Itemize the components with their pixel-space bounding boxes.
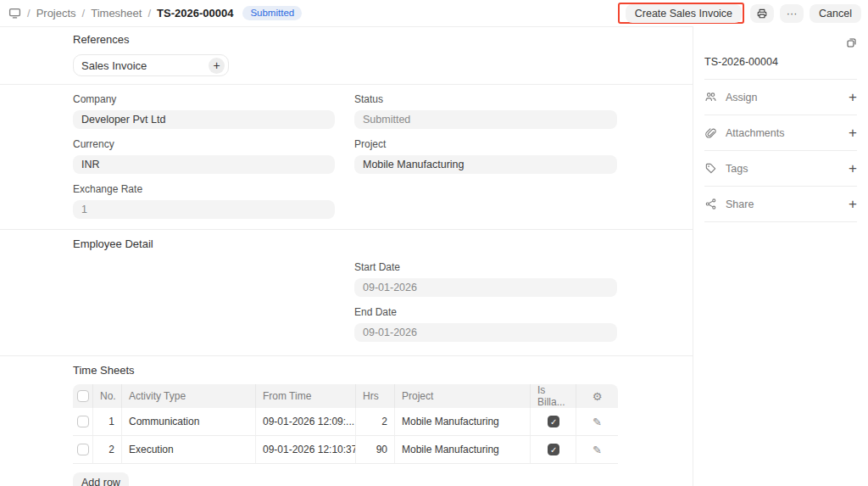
end-date-label: End Date — [354, 306, 617, 318]
references-title: References — [73, 33, 616, 47]
currency-label: Currency — [73, 138, 335, 150]
sidebar-item-tags[interactable]: Tags + — [704, 151, 857, 187]
sidebar-item-share[interactable]: Share + — [704, 187, 857, 222]
col-header-project: Project — [395, 384, 531, 408]
timesheets-section: Time Sheets No. Activity Type From Time … — [0, 356, 693, 486]
project-field: Project Mobile Manufacturing — [354, 138, 617, 174]
company-label: Company — [73, 93, 335, 105]
col-header-from-time: From Time — [256, 384, 356, 408]
menu-button[interactable]: ··· — [780, 4, 804, 23]
breadcrumb-timesheet[interactable]: Timesheet — [91, 7, 142, 20]
status-field: Status Submitted — [354, 93, 617, 129]
row-checkbox[interactable] — [77, 444, 89, 455]
tag-icon — [704, 162, 717, 175]
breadcrumb-separator: / — [147, 7, 151, 20]
from-time-cell[interactable]: 09-01-2026 12:09:... — [256, 408, 356, 436]
timesheets-title: Time Sheets — [73, 364, 616, 377]
is-billable-checkbox[interactable] — [548, 416, 559, 427]
breadcrumb-separator: / — [82, 7, 86, 20]
add-reference-button[interactable]: + — [209, 58, 225, 74]
table-row: 2 Execution 09-01-2026 12:10:37 90 Mobil… — [73, 436, 618, 464]
printer-icon — [756, 8, 768, 20]
hrs-cell[interactable]: 2 — [356, 408, 395, 436]
row-no-cell: 2 — [93, 436, 122, 464]
exchange-rate-field: Exchange Rate 1 — [73, 183, 335, 219]
ellipsis-icon: ··· — [787, 8, 798, 20]
project-input[interactable]: Mobile Manufacturing — [354, 155, 617, 174]
top-bar: / Projects / Timesheet / TS-2026-00004 S… — [0, 0, 868, 26]
select-all-checkbox[interactable] — [77, 390, 89, 402]
sales-invoice-reference-card[interactable]: Sales Invoice + — [73, 54, 229, 76]
is-billable-checkbox[interactable] — [548, 444, 559, 455]
end-date-input: 09-01-2026 — [354, 323, 617, 342]
create-sales-invoice-button[interactable]: Create Sales Invoice — [626, 4, 742, 23]
attachments-add-button[interactable]: + — [849, 126, 857, 140]
copy-icon[interactable] — [846, 36, 857, 49]
from-time-cell[interactable]: 09-01-2026 12:10:37 — [256, 436, 356, 464]
main-form: References Sales Invoice + Company Devel… — [0, 26, 693, 486]
print-button[interactable] — [750, 4, 774, 23]
edit-row-icon[interactable]: ✎ — [593, 416, 602, 428]
end-date-field: End Date 09-01-2026 — [354, 306, 617, 342]
sidebar-item-label: Tags — [726, 163, 748, 175]
exchange-rate-label: Exchange Rate — [73, 183, 335, 195]
activity-type-cell[interactable]: Execution — [122, 436, 256, 464]
reference-card-label: Sales Invoice — [81, 59, 147, 72]
desktop-icon[interactable] — [8, 7, 21, 20]
company-field: Company Developer Pvt Ltd — [73, 93, 335, 129]
sidebar-item-label: Assign — [726, 92, 758, 103]
annotation-highlight: Create Sales Invoice — [618, 3, 744, 24]
paperclip-icon — [704, 126, 717, 139]
col-header-no: No. — [93, 384, 122, 408]
timesheets-grid: No. Activity Type From Time Hrs Project … — [73, 384, 618, 464]
sidebar-item-label: Share — [726, 198, 754, 210]
project-label: Project — [354, 138, 617, 150]
grid-settings-icon[interactable]: ⚙ — [593, 390, 603, 403]
edit-row-icon[interactable]: ✎ — [593, 444, 602, 456]
col-header-activity-type: Activity Type — [122, 384, 256, 408]
col-header-hrs: Hrs — [356, 384, 395, 408]
currency-input[interactable]: INR — [73, 155, 335, 174]
breadcrumb-separator: / — [27, 7, 31, 20]
sidebar-item-attachments[interactable]: Attachments + — [704, 115, 857, 151]
breadcrumb-projects[interactable]: Projects — [36, 7, 76, 20]
project-cell[interactable]: Mobile Manufacturing — [395, 408, 531, 436]
sidebar-doc-name: TS-2026-00004 — [704, 56, 857, 68]
assign-add-button[interactable]: + — [849, 90, 857, 104]
assign-users-icon — [704, 91, 717, 103]
employee-detail-title: Employee Detail — [73, 237, 616, 251]
table-row: 1 Communication 09-01-2026 12:09:... 2 M… — [73, 408, 618, 436]
start-date-input: 09-01-2026 — [354, 278, 617, 297]
activity-type-cell[interactable]: Communication — [122, 408, 256, 436]
currency-field: Currency INR — [73, 138, 335, 174]
company-input[interactable]: Developer Pvt Ltd — [73, 110, 335, 129]
status-label: Status — [354, 93, 617, 105]
share-icon — [704, 198, 717, 210]
sidebar-header: TS-2026-00004 — [704, 36, 857, 80]
add-row-button[interactable]: Add row — [73, 472, 129, 486]
fields-section: Company Developer Pvt Ltd Status Submitt… — [0, 85, 693, 230]
breadcrumb: / Projects / Timesheet / TS-2026-00004 S… — [8, 6, 302, 20]
project-cell[interactable]: Mobile Manufacturing — [395, 436, 531, 464]
row-no-cell: 1 — [93, 408, 122, 436]
start-date-label: Start Date — [354, 261, 617, 273]
breadcrumb-current-doc: TS-2026-00004 — [157, 7, 233, 20]
right-sidebar: TS-2026-00004 Assign + Attachments + Tag… — [693, 26, 867, 486]
references-section: References Sales Invoice + — [0, 27, 693, 85]
grid-settings-header-cell: ⚙ — [576, 384, 618, 408]
status-badge: Submitted — [242, 6, 302, 20]
select-all-header-cell — [73, 384, 93, 408]
hrs-cell[interactable]: 90 — [356, 436, 395, 464]
topbar-actions: Create Sales Invoice ··· Cancel — [618, 3, 861, 24]
employee-detail-section: Employee Detail Start Date 09-01-2026 En… — [0, 230, 693, 356]
sidebar-item-label: Attachments — [726, 127, 784, 139]
start-date-field: Start Date 09-01-2026 — [354, 261, 617, 297]
col-header-is-billable: Is Billa... — [531, 384, 576, 408]
exchange-rate-input: 1 — [73, 200, 335, 219]
status-input: Submitted — [354, 110, 617, 129]
row-checkbox[interactable] — [77, 416, 89, 427]
share-add-button[interactable]: + — [849, 197, 857, 211]
tags-add-button[interactable]: + — [849, 161, 857, 176]
cancel-button[interactable]: Cancel — [810, 4, 861, 23]
sidebar-item-assign[interactable]: Assign + — [704, 80, 857, 115]
